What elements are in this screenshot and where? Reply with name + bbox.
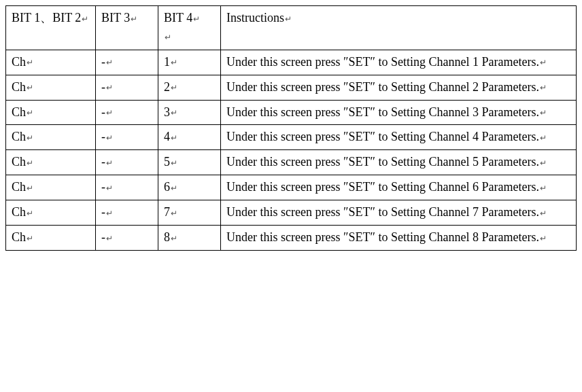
cell-bit1-bit2: Ch↵: [6, 50, 96, 75]
paragraph-mark-icon: ↵: [26, 133, 33, 143]
cell-bit3: -↵: [96, 150, 158, 175]
table-row: Ch↵-↵2↵Under this screen press ″SET″ to …: [6, 75, 577, 100]
bit-instructions-table: BIT 1、BIT 2↵ BIT 3↵ BIT 4↵ ↵ Instruction…: [5, 5, 577, 251]
paragraph-mark-icon: ↵: [170, 133, 177, 143]
paragraph-mark-icon: ↵: [105, 158, 113, 168]
cell-bit3: -↵: [96, 226, 158, 251]
paragraph-mark-icon: ↵: [539, 209, 547, 218]
header-bit1-bit2: BIT 1、BIT 2↵: [6, 6, 96, 50]
cell-instructions: Under this screen press ″SET″ to Setting…: [221, 150, 577, 175]
paragraph-mark-icon: ↵: [192, 14, 200, 24]
cell-text: Under this screen press ″SET″ to Setting…: [226, 230, 539, 244]
paragraph-mark-icon: ↵: [539, 234, 547, 243]
table-row: Ch↵-↵1↵Under this screen press ″SET″ to …: [6, 50, 577, 75]
cell-bit1-bit2: Ch↵: [6, 150, 96, 175]
paragraph-mark-icon: ↵: [170, 83, 177, 92]
cell-bit3: -↵: [96, 175, 158, 200]
cell-text: 4: [164, 130, 170, 143]
cell-text: Under this screen press ″SET″ to Setting…: [226, 180, 539, 194]
cell-text: Under this screen press ″SET″ to Setting…: [226, 80, 539, 94]
cell-bit1-bit2: Ch↵: [6, 175, 96, 200]
header-instructions-text: Instructions: [226, 11, 284, 24]
header-bit4: BIT 4↵ ↵: [158, 6, 221, 50]
cell-text: 1: [164, 55, 170, 69]
cell-bit4: 7↵: [158, 200, 221, 226]
paragraph-mark-icon: ↵: [26, 209, 33, 218]
table-row: Ch↵-↵6↵Under this screen press ″SET″ to …: [6, 175, 577, 200]
header-bit3-text: BIT 3: [101, 11, 130, 24]
table-body: Ch↵-↵1↵Under this screen press ″SET″ to …: [6, 50, 577, 250]
cell-bit3: -↵: [96, 125, 158, 150]
paragraph-mark-icon: ↵: [539, 58, 547, 67]
cell-instructions: Under this screen press ″SET″ to Setting…: [221, 175, 577, 200]
cell-text: Ch: [12, 80, 26, 94]
cell-bit1-bit2: Ch↵: [6, 125, 96, 150]
paragraph-mark-icon: ↵: [105, 58, 113, 67]
cell-text: Under this screen press ″SET″ to Setting…: [226, 55, 539, 69]
paragraph-mark-icon: ↵: [170, 183, 177, 193]
cell-bit3: -↵: [96, 50, 158, 75]
cell-bit3: -↵: [96, 200, 158, 226]
table-row: Ch↵-↵5↵Under this screen press ″SET″ to …: [6, 150, 577, 175]
cell-instructions: Under this screen press ″SET″ to Setting…: [221, 200, 577, 226]
paragraph-mark-icon: ↵: [170, 158, 177, 168]
cell-bit1-bit2: Ch↵: [6, 75, 96, 100]
cell-text: Ch: [12, 205, 26, 219]
cell-bit4: 8↵: [158, 226, 221, 251]
paragraph-mark-icon: ↵: [130, 14, 137, 24]
paragraph-mark-icon: ↵: [26, 108, 33, 118]
cell-text: Under this screen press ″SET″ to Setting…: [226, 130, 539, 143]
cell-text: 6: [164, 180, 170, 194]
cell-bit3: -↵: [96, 75, 158, 100]
table-header-row: BIT 1、BIT 2↵ BIT 3↵ BIT 4↵ ↵ Instruction…: [6, 6, 577, 50]
paragraph-mark-icon: ↵: [539, 158, 547, 168]
header-bit4-text: BIT 4: [164, 11, 192, 24]
paragraph-mark-icon: ↵: [26, 183, 33, 193]
cell-bit4: 4↵: [158, 125, 221, 150]
cell-bit3: -↵: [96, 100, 158, 125]
paragraph-mark-icon: ↵: [81, 14, 88, 24]
paragraph-mark-icon: ↵: [170, 58, 177, 67]
cell-bit4: 6↵: [158, 175, 221, 200]
cell-bit1-bit2: Ch↵: [6, 200, 96, 226]
cell-bit4: 1↵: [158, 50, 221, 75]
paragraph-mark-icon: ↵: [105, 83, 113, 92]
cell-text: Under this screen press ″SET″ to Setting…: [226, 105, 539, 119]
table-row: Ch↵-↵7↵Under this screen press ″SET″ to …: [6, 200, 577, 226]
paragraph-mark-icon: ↵: [164, 33, 171, 42]
cell-text: Ch: [12, 55, 26, 69]
table-row: Ch↵-↵3↵Under this screen press ″SET″ to …: [6, 100, 577, 125]
cell-instructions: Under this screen press ″SET″ to Setting…: [221, 100, 577, 125]
paragraph-mark-icon: ↵: [26, 58, 33, 67]
header-instructions: Instructions↵: [221, 6, 577, 50]
paragraph-mark-icon: ↵: [26, 83, 33, 92]
cell-text: Ch: [12, 105, 26, 119]
paragraph-mark-icon: ↵: [170, 209, 177, 218]
paragraph-mark-icon: ↵: [26, 158, 33, 168]
cell-bit1-bit2: Ch↵: [6, 226, 96, 251]
cell-text: Ch: [12, 230, 26, 244]
paragraph-mark-icon: ↵: [105, 133, 113, 143]
table-row: Ch↵-↵4↵Under this screen press ″SET″ to …: [6, 125, 577, 150]
cell-text: Under this screen press ″SET″ to Setting…: [226, 205, 539, 219]
paragraph-mark-icon: ↵: [539, 108, 547, 118]
cell-instructions: Under this screen press ″SET″ to Setting…: [221, 75, 577, 100]
cell-text: 7: [164, 205, 170, 219]
paragraph-mark-icon: ↵: [105, 108, 113, 118]
header-bit1-bit2-text: BIT 1、BIT 2: [12, 11, 81, 24]
cell-text: 2: [164, 80, 170, 94]
cell-instructions: Under this screen press ″SET″ to Setting…: [221, 50, 577, 75]
cell-instructions: Under this screen press ″SET″ to Setting…: [221, 125, 577, 150]
cell-bit4: 2↵: [158, 75, 221, 100]
paragraph-mark-icon: ↵: [284, 14, 292, 24]
header-bit3: BIT 3↵: [96, 6, 158, 50]
paragraph-mark-icon: ↵: [170, 108, 177, 118]
cell-text: 8: [164, 230, 170, 244]
cell-bit1-bit2: Ch↵: [6, 100, 96, 125]
paragraph-mark-icon: ↵: [539, 133, 547, 143]
paragraph-mark-icon: ↵: [105, 234, 113, 243]
paragraph-mark-icon: ↵: [105, 209, 113, 218]
paragraph-mark-icon: ↵: [105, 183, 113, 193]
paragraph-mark-icon: ↵: [539, 183, 547, 193]
cell-bit4: 5↵: [158, 150, 221, 175]
